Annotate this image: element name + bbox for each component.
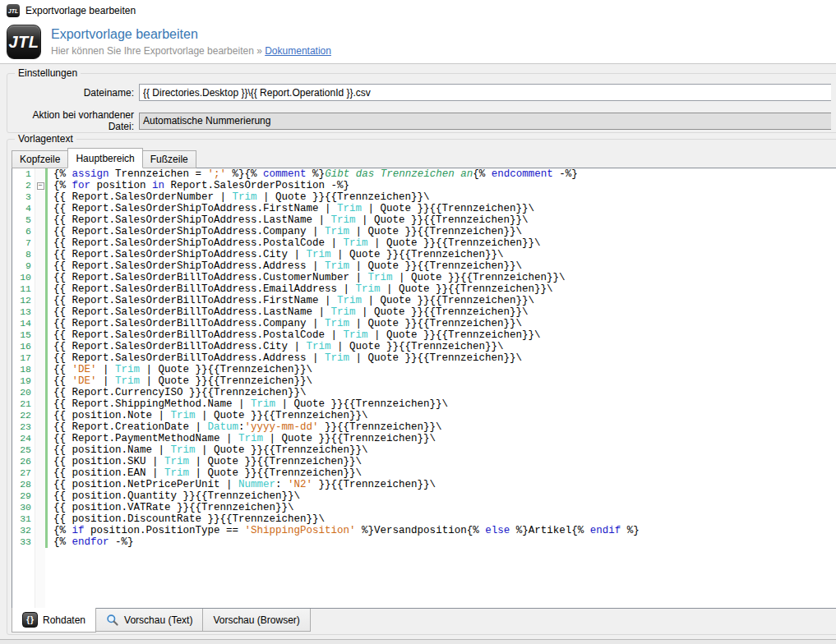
code-text: {{ Report.SalesOrderBillToAddress.LastNa… <box>48 306 529 318</box>
fold-margin <box>35 352 45 364</box>
code-text: {{ Report.SalesOrderBillToAddress.Addres… <box>48 352 522 364</box>
code-text: {{ Report.SalesOrderShipToAddress.City |… <box>48 249 504 260</box>
fold-margin <box>35 260 45 272</box>
code-line: 9{{ Report.SalesOrderShipToAddress.Addre… <box>12 260 836 272</box>
code-text: {{ position.Note | Trim | Quote }}{{Tren… <box>48 410 368 421</box>
file-action-select[interactable]: Automatische Nummerierung <box>139 113 831 130</box>
tab-rohdaten-label: Rohdaten <box>43 614 85 626</box>
jtl-logo: JTL <box>7 25 41 59</box>
view-tabs: { } Rohdaten Vorschau (Text) Vorschau (B… <box>12 609 836 634</box>
fold-margin <box>35 467 45 479</box>
filename-input[interactable] <box>139 84 831 101</box>
code-line: 33{% endfor -%} <box>12 536 836 548</box>
fold-margin <box>35 272 45 283</box>
fold-margin <box>35 375 45 387</box>
fold-margin <box>35 341 45 352</box>
fold-margin <box>35 536 45 548</box>
tab-hauptbereich[interactable]: Hauptbereich <box>67 148 142 168</box>
line-number: 18 <box>12 364 35 375</box>
code-text: {{ position.EAN | Trim | Quote }}{{Trenn… <box>48 467 362 479</box>
fold-collapse-icon[interactable]: − <box>37 182 44 190</box>
code-text: {{ Report.CreationDate | Datum:'yyyy-mm-… <box>48 421 442 433</box>
line-number: 24 <box>12 433 35 444</box>
line-number: 9 <box>12 260 35 272</box>
window-titlebar: JTL Exportvorlage bearbeiten <box>0 0 836 21</box>
fold-margin <box>35 191 45 203</box>
code-line: 16{{ Report.SalesOrderBillToAddress.City… <box>12 341 836 352</box>
code-line: 15{{ Report.SalesOrderBillToAddress.Post… <box>12 329 836 341</box>
fold-margin <box>35 433 45 444</box>
code-line: 21{{ Report.ShippingMethod.Name | Trim |… <box>12 398 836 410</box>
code-line: 7{{ Report.SalesOrderShipToAddress.Posta… <box>12 237 836 249</box>
tab-kopfzeile[interactable]: Kopfzeile <box>12 150 68 168</box>
editor-empty-area <box>12 548 836 608</box>
line-number: 25 <box>12 444 35 456</box>
code-line: 31{{ position.DiscountRate }}{{Trennzeic… <box>12 513 836 525</box>
line-number: 17 <box>12 352 35 364</box>
line-number: 31 <box>12 513 35 525</box>
window-title: Exportvorlage bearbeiten <box>25 5 136 16</box>
code-editor[interactable]: 1{% assign Trennzeichen = ';' %}{% comme… <box>12 168 836 609</box>
code-text: {{ Report.SalesOrderNumber | Trim | Quot… <box>48 191 430 203</box>
magnifier-icon <box>106 614 119 627</box>
code-text: {{ Report.PaymentMethodName | Trim | Quo… <box>48 433 436 444</box>
tab-fusszeile[interactable]: Fußzeile <box>142 150 196 168</box>
settings-groupbox: Einstellungen Dateiname: Aktion bei vorh… <box>7 73 836 133</box>
subtitle-separator: » <box>256 45 262 57</box>
tab-rohdaten[interactable]: { } Rohdaten <box>12 608 96 632</box>
code-line: 6{{ Report.SalesOrderShipToAddress.Compa… <box>12 226 836 237</box>
code-line: 28{{ position.NetPricePerUnit | Nummer: … <box>12 479 836 490</box>
code-text: {{ position.NetPricePerUnit | Nummer: 'N… <box>48 479 436 490</box>
code-line: 18{{ 'DE' | Trim | Quote }}{{Trennzeiche… <box>12 364 836 375</box>
file-action-label: Aktion bei vorhandener Datei: <box>7 109 139 132</box>
code-text: {{ Report.SalesOrderBillToAddress.City |… <box>48 341 504 352</box>
fold-margin <box>35 306 45 318</box>
fold-margin <box>35 502 45 513</box>
code-text: {% if position.PositionType == 'Shipping… <box>48 525 640 536</box>
fold-margin <box>35 525 45 536</box>
code-line: 10{{ Report.SalesOrderBillToAddress.Cust… <box>12 272 836 283</box>
documentation-link[interactable]: Dokumentation <box>265 45 331 57</box>
file-action-value: Automatische Nummerierung <box>143 115 270 126</box>
code-line: 1{% assign Trennzeichen = ';' %}{% comme… <box>12 168 836 180</box>
fold-margin <box>35 421 45 433</box>
code-text: {{ position.DiscountRate }}{{Trennzeiche… <box>48 513 325 525</box>
code-line: 2−{% for position in Report.SalesOrderPo… <box>12 180 836 191</box>
jtl-app-icon: JTL <box>7 4 20 17</box>
tab-vorschau-text[interactable]: Vorschau (Text) <box>95 609 203 632</box>
code-line: 27{{ position.EAN | Trim | Quote }}{{Tre… <box>12 467 836 479</box>
code-line: 17{{ Report.SalesOrderBillToAddress.Addr… <box>12 352 836 364</box>
line-number: 8 <box>12 249 35 260</box>
line-number: 29 <box>12 490 35 502</box>
fold-margin <box>35 398 45 410</box>
code-line: 12{{ Report.SalesOrderBillToAddress.Firs… <box>12 295 836 306</box>
code-text: {{ position.VATRate }}{{Trennzeichen}}\ <box>48 502 294 513</box>
code-line: 19{{ 'DE' | Trim | Quote }}{{Trennzeiche… <box>12 375 836 387</box>
fold-margin <box>35 329 45 341</box>
settings-group-label: Einstellungen <box>15 67 81 79</box>
subtitle-text: Hier können Sie Ihre Exportvorlage bearb… <box>51 45 254 57</box>
fold-margin <box>35 444 45 456</box>
window-bottom-frame <box>0 639 836 644</box>
line-number: 6 <box>12 226 35 237</box>
code-text: {{ Report.SalesOrderBillToAddress.Custom… <box>48 272 566 283</box>
page-header: JTL Exportvorlage bearbeiten Hier können… <box>7 25 331 59</box>
line-number: 30 <box>12 502 35 513</box>
line-number: 1 <box>12 168 35 180</box>
line-number: 2 <box>12 180 35 191</box>
fold-margin <box>35 387 45 398</box>
code-line: 22{{ position.Note | Trim | Quote }}{{Tr… <box>12 410 836 421</box>
code-line: 20{{ Report.CurrencyISO }}{{Trennzeichen… <box>12 387 836 398</box>
code-text: {{ Report.SalesOrderBillToAddress.EmailA… <box>48 283 553 295</box>
line-number: 32 <box>12 525 35 536</box>
code-line: 8{{ Report.SalesOrderShipToAddress.City … <box>12 249 836 260</box>
fold-margin <box>35 295 45 306</box>
code-line: 4{{ Report.SalesOrderShipToAddress.First… <box>12 203 836 214</box>
line-number: 20 <box>12 387 35 398</box>
tab-vorschau-browser[interactable]: Vorschau (Browser) <box>202 609 310 632</box>
fold-margin <box>35 364 45 375</box>
line-number: 10 <box>12 272 35 283</box>
fold-margin <box>35 410 45 421</box>
code-line: 11{{ Report.SalesOrderBillToAddress.Emai… <box>12 283 836 295</box>
line-number: 22 <box>12 410 35 421</box>
